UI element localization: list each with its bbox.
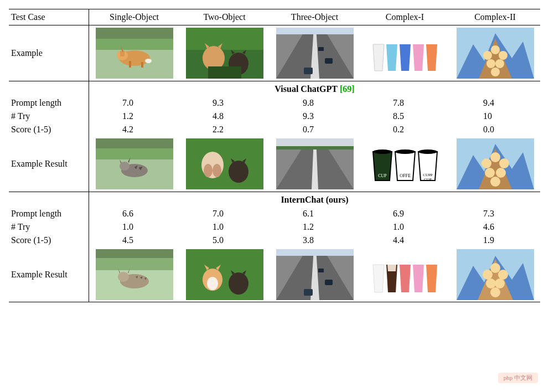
s2-m2-c1: 5.0 <box>179 234 270 247</box>
svg-rect-10 <box>186 28 263 50</box>
svg-rect-2 <box>96 28 173 39</box>
svg-point-53 <box>496 168 506 178</box>
s2-metric-0: Prompt length 6.6 7.0 6.1 6.9 7.3 <box>9 207 540 220</box>
s2-m2-c2: 3.8 <box>270 234 360 247</box>
svg-text:OFFE: OFFE <box>400 173 411 178</box>
two-cats-image <box>186 28 263 79</box>
svg-point-25 <box>495 59 504 68</box>
section-1-title: Visual ChatGPT [69] <box>89 81 540 96</box>
s2-metric-2: Score (1-5) 4.5 5.0 3.8 4.4 1.9 <box>9 234 540 247</box>
svg-text:COP: COP <box>424 177 432 182</box>
svg-rect-66 <box>325 280 333 285</box>
svg-point-71 <box>483 270 493 280</box>
s2-m1-c1: 1.0 <box>179 220 270 234</box>
s2-result-complex2 <box>450 247 540 302</box>
svg-point-43 <box>395 149 415 154</box>
cat-park2-image <box>96 249 173 300</box>
svg-point-74 <box>486 278 496 288</box>
results-table: Test Case Single-Object Two-Object Three… <box>9 9 540 302</box>
svg-point-36 <box>229 161 248 183</box>
cups-image <box>366 28 444 79</box>
svg-point-51 <box>499 158 509 168</box>
s2-result-single <box>89 247 179 302</box>
s1-m1-c2: 9.3 <box>270 110 360 123</box>
s2-result-label: Example Result <box>9 247 89 302</box>
s1-result-complex1: CUP OFFE CUPP COP <box>360 136 450 192</box>
s2-m2-c4: 1.9 <box>450 234 540 247</box>
svg-point-22 <box>491 45 500 54</box>
svg-point-72 <box>490 263 500 273</box>
svg-point-45 <box>418 149 437 154</box>
header-label: Test Case <box>9 9 89 25</box>
svg-point-21 <box>483 51 492 60</box>
svg-text:CUP: CUP <box>378 173 387 178</box>
s1-m1-c1: 4.8 <box>179 110 270 123</box>
svg-point-52 <box>485 168 495 178</box>
s1-result-two <box>179 136 270 192</box>
s1-metric-0: Prompt length 7.0 9.3 9.8 7.8 9.4 <box>9 96 540 110</box>
s2-metric-1: # Try 1.0 1.0 1.2 1.0 4.6 <box>9 220 540 234</box>
header-row: Test Case Single-Object Two-Object Three… <box>9 9 540 25</box>
svg-point-6 <box>145 59 152 63</box>
s1-m0-c3: 7.8 <box>360 96 450 110</box>
s1-result-label: Example Result <box>9 136 89 192</box>
illustration-image <box>457 28 534 79</box>
example-label: Example <box>9 25 89 81</box>
svg-point-35 <box>213 164 221 177</box>
cups2-image <box>366 249 444 300</box>
cat-park-image <box>96 138 173 189</box>
example-input-row: Example <box>9 25 540 81</box>
svg-point-41 <box>373 149 392 154</box>
s1-m2-c2: 0.7 <box>270 123 360 136</box>
section-2-spacer <box>9 192 89 207</box>
svg-rect-60 <box>186 249 263 300</box>
s1-m2-c1: 2.2 <box>179 123 270 136</box>
s2-metric-2-label: Score (1-5) <box>9 234 89 247</box>
s2-metric-0-label: Prompt length <box>9 207 89 220</box>
metric-2-label: Score (1-5) <box>9 123 89 136</box>
highway-cars-image <box>276 28 354 79</box>
bw-cups-image: CUP OFFE CUPP COP <box>366 138 444 189</box>
svg-point-49 <box>481 158 491 168</box>
empty-highway-image <box>276 138 354 189</box>
svg-rect-65 <box>276 249 354 256</box>
section-2-name: InternChat (ours) <box>281 195 348 205</box>
svg-point-62 <box>207 277 218 290</box>
s2-m1-c0: 1.0 <box>89 220 179 234</box>
section-2-title-row: InternChat (ours) <box>9 192 540 207</box>
dog-cat-distort-image <box>186 138 263 189</box>
s2-m0-c1: 7.0 <box>179 207 270 220</box>
header-col-0: Single-Object <box>89 9 179 25</box>
header-col-4: Complex-II <box>450 9 540 25</box>
illustration-result2-image <box>457 249 534 300</box>
s2-m0-c3: 6.9 <box>360 207 450 220</box>
s1-m1-c3: 8.5 <box>360 110 450 123</box>
s1-metric-2: Score (1-5) 4.2 2.2 0.7 0.2 0.0 <box>9 123 540 136</box>
s1-m2-c4: 0.0 <box>450 123 540 136</box>
metric-1-label: # Try <box>9 110 89 123</box>
svg-rect-8 <box>141 62 143 68</box>
svg-rect-29 <box>96 138 173 148</box>
svg-point-26 <box>491 68 500 76</box>
svg-point-24 <box>486 59 495 68</box>
s1-m2-c3: 0.2 <box>360 123 450 136</box>
header-col-2: Three-Object <box>270 9 360 25</box>
svg-rect-17 <box>318 47 324 51</box>
svg-rect-67 <box>318 269 324 272</box>
svg-point-75 <box>495 278 505 288</box>
svg-point-50 <box>490 152 500 162</box>
example-img-three <box>270 25 360 81</box>
s2-m2-c3: 4.4 <box>360 234 450 247</box>
s2-m1-c2: 1.2 <box>270 220 360 234</box>
s1-m1-c0: 1.2 <box>89 110 179 123</box>
svg-rect-32 <box>186 138 263 189</box>
header-col-1: Two-Object <box>179 9 270 25</box>
header-col-3: Complex-I <box>360 9 450 25</box>
svg-point-31 <box>120 162 130 171</box>
s1-metric-1: # Try 1.2 4.8 9.3 8.5 10 <box>9 110 540 123</box>
svg-point-63 <box>229 272 248 295</box>
s2-m0-c2: 6.1 <box>270 207 360 220</box>
svg-rect-39 <box>276 146 354 149</box>
svg-rect-16 <box>325 58 333 64</box>
metric-0-label: Prompt length <box>9 96 89 110</box>
